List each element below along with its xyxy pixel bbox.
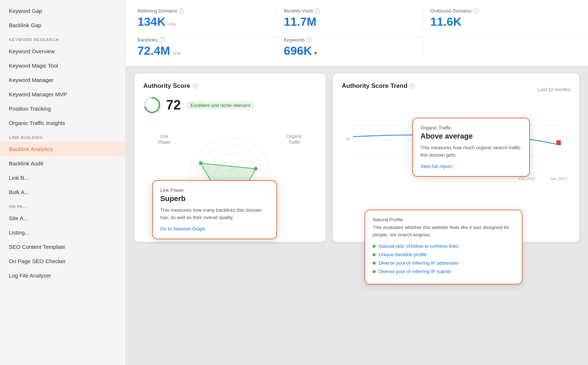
organic-traffic-tooltip: Organic Traffic Above average This measu… <box>412 118 530 177</box>
sidebar: Keyword Gap Backlink Gap KEYWORD RESEARC… <box>0 0 126 365</box>
stat-placeholder <box>430 37 569 58</box>
main-content: Referring Domains i 134K <1% Monthly Vis… <box>126 0 588 365</box>
sidebar-item-keyword-manager[interactable]: Keyword Manager <box>0 73 125 87</box>
info-icon-4[interactable]: i <box>159 37 165 43</box>
stat-backlinks-badge: <1% <box>172 51 180 56</box>
dot-icon-3 <box>373 262 376 265</box>
sidebar-item-keyword-magic-tool[interactable]: Keyword Magic Tool <box>0 58 125 73</box>
score-badge: Excellent and niche relevant <box>186 101 255 110</box>
stat-referring-domains-value: 134K <1% <box>137 15 269 29</box>
go-to-network-graph-link[interactable]: Go to Network Graph <box>160 226 205 232</box>
trend-timerange: Last 12 months <box>538 87 570 92</box>
info-icon-as[interactable]: i <box>193 83 198 89</box>
stat-outbound-domains: Outbound Domains i 11.6K <box>430 8 569 29</box>
x-label-jan-2023: Jan 2023 <box>550 176 567 181</box>
link-power-title: Superb <box>160 194 269 203</box>
sidebar-item-seo-content-template[interactable]: SEO Content Template <box>0 240 125 254</box>
stat-referring-domains-label: Referring Domains i <box>137 8 269 14</box>
sidebar-item-backlink-gap[interactable]: Backlink Gap <box>0 18 125 32</box>
sidebar-item-listing-management[interactable]: Listing... <box>0 225 125 240</box>
trend-title: Authority Score Trend i <box>342 82 415 90</box>
info-icon-3[interactable]: i <box>473 8 478 14</box>
stat-monthly-visits-label: Monthly Visits i <box>284 8 415 14</box>
stat-outbound-domains-label: Outbound Domains i <box>430 8 562 14</box>
sidebar-item-backlink-audit[interactable]: Backlink Audit <box>0 156 125 171</box>
natural-profile-category: Natural Profile <box>373 217 514 222</box>
stat-backlinks: Backlinks i 72.4M <1% <box>137 37 276 58</box>
radar-label-link-power: LinkPower <box>158 134 171 145</box>
info-icon-2[interactable]: i <box>315 8 320 14</box>
x-label-oct-2022: Oct 2022 <box>519 176 535 181</box>
organic-traffic-title: Above average <box>420 132 522 140</box>
sidebar-item-position-tracking[interactable]: Position Tracking <box>0 101 125 116</box>
organic-traffic-category: Organic Traffic <box>420 125 522 130</box>
trend-header: Authority Score Trend i Last 12 months <box>342 82 570 96</box>
sidebar-section-keyword-research: KEYWORD RESEARCH <box>0 32 125 44</box>
link-power-tooltip: Link Power Superb This measures how many… <box>152 180 277 239</box>
radar-label-organic-traffic: OrganicTraffic <box>287 134 302 145</box>
natural-profile-item-3[interactable]: Diverse pool of referring IP addresses <box>373 260 514 266</box>
chevron-down-icon[interactable]: ▾ <box>314 50 317 56</box>
sidebar-item-link-building[interactable]: Link B... <box>0 171 125 185</box>
sidebar-item-on-page-seo-checker[interactable]: On Page SEO Checker <box>0 254 125 268</box>
stat-keywords: Keywords i 696K ▾ <box>284 37 423 58</box>
sidebar-item-organic-traffic-insights[interactable]: Organic Traffic Insights <box>0 116 125 130</box>
sidebar-section-link-building: LINK BUILDING <box>0 130 125 142</box>
stat-backlinks-value: 72.4M <1% <box>137 44 269 58</box>
stat-referring-domains: Referring Domains i 134K <1% <box>137 8 276 29</box>
svg-point-11 <box>254 167 258 171</box>
score-row: 72 Excellent and niche relevant <box>143 96 317 114</box>
stat-keywords-label: Keywords i <box>284 37 415 43</box>
info-icon-trend[interactable]: i <box>410 83 415 89</box>
score-circle-icon <box>143 96 161 114</box>
y-axis-label: 50 <box>345 137 350 141</box>
authority-score-title: Authority Score i <box>143 82 317 90</box>
natural-profile-desc: This evaluates whether this website feel… <box>373 224 514 238</box>
score-number: 72 <box>166 97 181 113</box>
natural-profile-tooltip: Natural Profile This evaluates whether t… <box>365 210 523 285</box>
stat-backlinks-label: Backlinks i <box>137 37 269 43</box>
dot-icon <box>373 245 376 248</box>
sidebar-item-keyword-gap[interactable]: Keyword Gap <box>0 4 125 18</box>
sidebar-item-site-audit[interactable]: Site A... <box>0 211 125 225</box>
sidebar-item-log-file-analyzer[interactable]: Log File Analyzer <box>0 268 125 283</box>
info-icon-5[interactable]: i <box>306 37 312 43</box>
link-power-desc: This measures how many backlinks this do… <box>160 207 269 221</box>
info-icon[interactable]: i <box>179 8 184 14</box>
dot-icon-2 <box>373 253 376 256</box>
stat-monthly-visits-value: 11.7M <box>284 15 415 29</box>
natural-profile-item-2[interactable]: Unique backlink profile <box>373 252 514 257</box>
svg-point-10 <box>199 161 202 165</box>
stat-outbound-domains-value: 11.6K <box>430 15 562 29</box>
sidebar-item-keyword-manager-mvp[interactable]: Keyword Manager MVP <box>0 87 125 101</box>
link-power-category: Link Power <box>160 187 269 193</box>
stat-keywords-value: 696K ▾ <box>284 44 415 58</box>
natural-profile-item-1[interactable]: Natural ratio of follow to nofollow link… <box>373 243 514 249</box>
stats-bar: Referring Domains i 134K <1% Monthly Vis… <box>126 0 588 37</box>
sidebar-section-on-page: ON PA... <box>0 199 125 211</box>
view-full-report-link[interactable]: View full report <box>420 164 452 169</box>
natural-profile-item-4[interactable]: Diverse pool of referring IP subnet <box>373 269 514 274</box>
x-axis-labels: Oct 2022 Jan 2023 <box>342 176 570 181</box>
stat-referring-domains-badge: <1% <box>168 22 176 26</box>
dot-icon-4 <box>373 270 376 273</box>
organic-traffic-desc: This measures how much organic search tr… <box>420 144 522 158</box>
stat-monthly-visits: Monthly Visits i 11.7M <box>284 8 423 29</box>
stats-bar-row2: Backlinks i 72.4M <1% Keywords i 696K ▾ <box>126 37 588 66</box>
sidebar-item-bulk-analysis[interactable]: Bulk A... <box>0 185 125 199</box>
sidebar-item-keyword-overview[interactable]: Keyword Overview <box>0 44 125 58</box>
svg-rect-16 <box>556 140 561 145</box>
sidebar-item-backlink-analytics[interactable]: Backlink Analytics <box>0 142 125 156</box>
